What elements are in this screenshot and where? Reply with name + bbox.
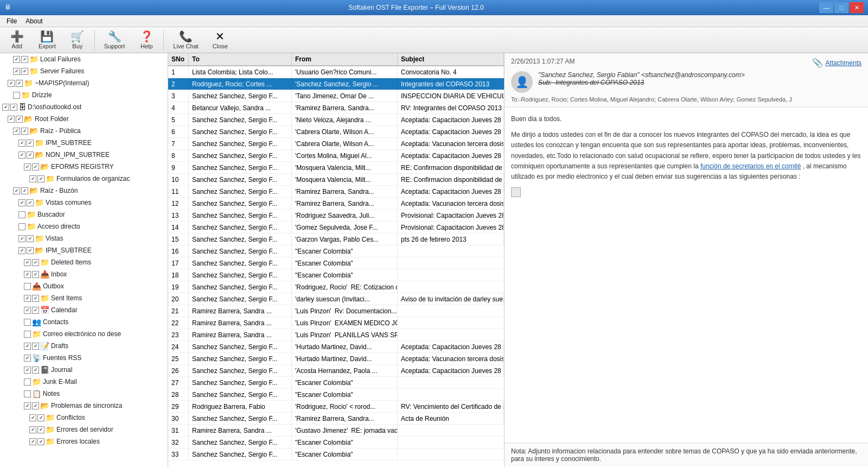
checkbox-notes[interactable]: [24, 390, 31, 397]
checkbox2-errores-servidor[interactable]: ✓: [37, 426, 44, 433]
checkbox-errores-locales[interactable]: ✓: [29, 438, 36, 445]
sidebar-item-dost[interactable]: ✓ ✓ 🗄 D:\ost\outlookd.ost: [0, 101, 168, 113]
email-row[interactable]: 30 Sanchez Sanchez, Sergio F... 'Ramirez…: [168, 413, 504, 425]
email-row[interactable]: 23 Ramirez Barrera, Sandra ... 'Luis Pin…: [168, 329, 504, 341]
checkbox-vistas[interactable]: ✓: [18, 235, 25, 242]
checkbox-local-failures[interactable]: ✓: [13, 56, 20, 63]
checkbox2-server-failures[interactable]: ✓: [21, 68, 28, 75]
checkbox-drizzle[interactable]: [13, 92, 20, 99]
checkbox-raiz-publica[interactable]: ✓: [13, 128, 20, 135]
email-row[interactable]: 18 Sanchez Sanchez, Sergio F... "Escaner…: [168, 269, 504, 281]
email-row[interactable]: 4 Betancur Vallejo, Sandra ... 'Ramirez …: [168, 102, 504, 114]
sidebar-item-non-ipm-subtree[interactable]: ✓ ✓ 📂 NON_IPM_SUBTREE: [0, 149, 168, 161]
checkbox-errores-servidor[interactable]: ✓: [29, 426, 36, 433]
sidebar-item-drafts[interactable]: ✓ ✓ 📝 Drafts: [0, 340, 168, 352]
email-row[interactable]: 16 Sanchez Sanchez, Sergio F... "Escaner…: [168, 245, 504, 257]
close-window-button[interactable]: ✕: [850, 2, 864, 13]
sidebar-item-errores-locales[interactable]: ✓ ✓ 📁 Errores locales: [0, 436, 168, 447]
close-button[interactable]: ✕ Close: [207, 29, 234, 52]
sidebar-item-journal[interactable]: ✓ ✓ 📓 Journal: [0, 364, 168, 376]
sidebar-item-notes[interactable]: 📋 Notes: [0, 388, 168, 400]
email-row[interactable]: 31 Ramirez Barrera, Sandra ... 'Gustavo …: [168, 425, 504, 437]
email-row[interactable]: 21 Ramirez Barrera, Sandra ... 'Luis Pin…: [168, 305, 504, 317]
sidebar-item-formularios[interactable]: ✓ ✓ 📁 Formularios de organizac: [0, 173, 168, 185]
email-row[interactable]: 25 Sanchez Sanchez, Sergio F... 'Hurtado…: [168, 353, 504, 365]
checkbox-conflictos[interactable]: ✓: [29, 414, 36, 421]
checkbox-formularios[interactable]: ✓: [29, 175, 36, 182]
checkbox2-eforms-registry[interactable]: ✓: [32, 163, 39, 171]
checkbox2-journal[interactable]: ✓: [32, 367, 39, 374]
livechat-button[interactable]: 📞 Live Chat: [167, 29, 204, 52]
sidebar-item-raiz-buzon[interactable]: ✓ ✓ 📂 Raíz - Buzón: [0, 185, 168, 197]
checkbox2-root-folder[interactable]: ✓: [16, 116, 23, 123]
checkbox2-drafts[interactable]: ✓: [32, 343, 39, 350]
checkbox-raiz-buzon[interactable]: ✓: [13, 187, 20, 194]
email-row[interactable]: 28 Sanchez Sanchez, Sergio F... "Escaner…: [168, 389, 504, 401]
sidebar-item-server-failures[interactable]: ✓ ✓ 📁 Server Failures: [0, 65, 168, 77]
support-button[interactable]: 🔧 Support: [98, 29, 131, 52]
email-row[interactable]: 5 Sanchez Sanchez, Sergio F... 'Nieto Ve…: [168, 114, 504, 126]
email-row[interactable]: 22 Ramirez Barrera, Sandra ... 'Luis Pin…: [168, 317, 504, 329]
checkbox-drafts[interactable]: ✓: [24, 343, 31, 350]
email-row[interactable]: 1 Lista Colombia; Lista Colo... 'Usuario…: [168, 66, 504, 78]
sidebar-item-inbox[interactable]: ✓ ✓ 📥 Inbox: [0, 268, 168, 280]
sidebar-item-errores-servidor[interactable]: ✓ ✓ 📁 Errores del servidor: [0, 424, 168, 436]
sidebar-item-contacts[interactable]: 👥 Contacts: [0, 316, 168, 328]
checkbox2-conflictos[interactable]: ✓: [37, 414, 44, 421]
checkbox-eforms-registry[interactable]: ✓: [24, 163, 31, 171]
email-row[interactable]: 9 Sanchez Sanchez, Sergio F... 'Mosquera…: [168, 162, 504, 174]
export-button[interactable]: 💾 Export: [33, 29, 62, 52]
sidebar[interactable]: ✓ ✓ 📁 Local Failures ✓ ✓ 📁 Server Failur…: [0, 53, 168, 467]
checkbox-sent-items[interactable]: ✓: [24, 295, 31, 302]
attachments-link[interactable]: Attachments: [825, 59, 861, 67]
add-button[interactable]: ➕ Add: [3, 29, 30, 52]
checkbox-journal[interactable]: ✓: [24, 367, 31, 374]
checkbox2-sent-items[interactable]: ✓: [32, 295, 39, 302]
preview-body[interactable]: Buen dia a todos. Me dirijo a todos uste…: [505, 108, 868, 443]
checkbox-inbox[interactable]: ✓: [24, 271, 31, 278]
checkbox2-errores-locales[interactable]: ✓: [37, 438, 44, 445]
sidebar-item-junk-email[interactable]: 📁 Junk E-Mail: [0, 376, 168, 388]
sidebar-item-problemas[interactable]: ✓ ✓ 📂 Problemas de sincroniza: [0, 400, 168, 412]
checkbox-server-failures[interactable]: ✓: [13, 68, 20, 75]
checkbox2-problemas[interactable]: ✓: [32, 402, 39, 409]
menu-about[interactable]: About: [21, 16, 47, 26]
email-row[interactable]: 17 Sanchez Sanchez, Sergio F... "Escaner…: [168, 257, 504, 269]
help-button[interactable]: ❓ Help: [133, 29, 160, 52]
checkbox2-vistas[interactable]: ✓: [27, 235, 34, 242]
email-row[interactable]: 27 Sanchez Sanchez, Sergio F... "Escaner…: [168, 377, 504, 389]
email-row[interactable]: 19 Sanchez Sanchez, Sergio F... 'Rodrigu…: [168, 281, 504, 293]
menu-file[interactable]: File: [2, 16, 21, 26]
email-row[interactable]: 20 Sanchez Sanchez, Sergio F... 'darley …: [168, 293, 504, 305]
email-row[interactable]: 13 Sanchez Sanchez, Sergio F... 'Rodrigu…: [168, 210, 504, 222]
email-row[interactable]: 3 Sanchez Sanchez, Sergio F... 'Tano Jim…: [168, 90, 504, 102]
email-row[interactable]: 12 Sanchez Sanchez, Sergio F... 'Ramirez…: [168, 198, 504, 210]
checkbox2-mapisp[interactable]: ✓: [16, 80, 23, 87]
checkbox-root-folder[interactable]: ✓: [8, 116, 15, 123]
checkbox-acceso-directo[interactable]: [18, 223, 25, 230]
email-row[interactable]: 14 Sanchez Sanchez, Sergio F... 'Gomez S…: [168, 222, 504, 234]
checkbox-contacts[interactable]: [24, 319, 31, 326]
email-row[interactable]: 26 Sanchez Sanchez, Sergio F... 'Acosta …: [168, 365, 504, 377]
sidebar-item-drizzle[interactable]: 📁 Drizzle: [0, 89, 168, 101]
checkbox2-ipm-subtree[interactable]: ✓: [27, 140, 34, 147]
sidebar-item-acceso-directo[interactable]: 📁 Acceso directo: [0, 220, 168, 232]
col-header-subject[interactable]: Subject: [398, 53, 504, 65]
checkbox2-inbox[interactable]: ✓: [32, 271, 39, 278]
checkbox2-vistas-comunes[interactable]: ✓: [27, 199, 34, 206]
sidebar-item-outbox[interactable]: 📤 Outbox: [0, 280, 168, 292]
email-row[interactable]: 7 Sanchez Sanchez, Sergio F... 'Cabrera …: [168, 138, 504, 150]
sidebar-item-buscador[interactable]: 📁 Buscador: [0, 209, 168, 220]
buy-button[interactable]: 🛒 Buy: [64, 29, 91, 52]
sidebar-item-correo[interactable]: 📁 Correo electrónico no dese: [0, 328, 168, 340]
checkbox2-dost[interactable]: ✓: [10, 104, 17, 111]
email-row[interactable]: 2 Rodriguez, Rocio; Cortes ... 'Sanchez …: [168, 78, 504, 90]
minimize-button[interactable]: —: [819, 2, 833, 13]
checkbox-fuentes-rss[interactable]: ✓: [24, 355, 31, 362]
checkbox-dost[interactable]: ✓: [2, 104, 9, 111]
checkbox-correo[interactable]: [24, 331, 31, 338]
checkbox-mapisp[interactable]: ✓: [8, 80, 15, 87]
email-row[interactable]: 29 Rodriguez Barrera, Fabio 'Rodriguez, …: [168, 401, 504, 413]
sidebar-item-sent-items[interactable]: ✓ ✓ 📁 Sent Items: [0, 292, 168, 304]
preview-body-link[interactable]: función de secretarios en el comité: [700, 162, 801, 170]
